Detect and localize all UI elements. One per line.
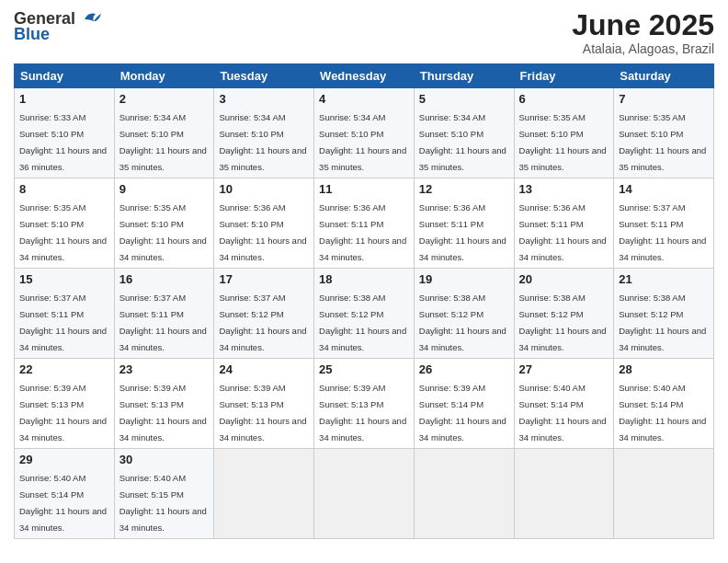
day-info: Sunrise: 5:39 AMSunset: 5:13 PMDaylight:… (19, 383, 107, 442)
day-info: Sunrise: 5:37 AMSunset: 5:11 PMDaylight:… (119, 293, 207, 352)
table-row: 29 Sunrise: 5:40 AMSunset: 5:14 PMDaylig… (15, 449, 714, 539)
month-title: June 2025 (572, 9, 714, 41)
calendar-cell: 20 Sunrise: 5:38 AMSunset: 5:12 PMDaylig… (514, 269, 614, 359)
calendar-cell: 10 Sunrise: 5:36 AMSunset: 5:10 PMDaylig… (214, 178, 314, 269)
day-info: Sunrise: 5:37 AMSunset: 5:11 PMDaylight:… (19, 293, 107, 352)
day-info: Sunrise: 5:39 AMSunset: 5:13 PMDaylight:… (219, 383, 306, 442)
page-container: General Blue June 2025 Atalaia, Alagoas,… (0, 0, 728, 563)
day-number: 7 (619, 92, 709, 106)
day-info: Sunrise: 5:33 AMSunset: 5:10 PMDaylight:… (19, 112, 107, 172)
day-info: Sunrise: 5:39 AMSunset: 5:13 PMDaylight:… (119, 383, 207, 442)
day-number: 16 (119, 272, 210, 286)
day-number: 1 (19, 92, 109, 106)
calendar-cell: 4 Sunrise: 5:34 AMSunset: 5:10 PMDayligh… (314, 88, 415, 178)
day-info: Sunrise: 5:37 AMSunset: 5:11 PMDaylight:… (619, 202, 706, 262)
day-number: 24 (219, 362, 309, 376)
location: Atalaia, Alagoas, Brazil (572, 41, 714, 56)
day-number: 30 (119, 453, 210, 466)
col-tuesday: Tuesday (214, 64, 314, 88)
day-number: 25 (319, 362, 409, 376)
day-info: Sunrise: 5:35 AMSunset: 5:10 PMDaylight:… (619, 112, 706, 172)
day-number: 5 (419, 92, 509, 106)
day-info: Sunrise: 5:36 AMSunset: 5:11 PMDaylight:… (519, 202, 607, 262)
header-row: Sunday Monday Tuesday Wednesday Thursday… (15, 64, 714, 88)
calendar-cell: 29 Sunrise: 5:40 AMSunset: 5:14 PMDaylig… (15, 449, 115, 539)
day-number: 14 (619, 182, 709, 196)
day-info: Sunrise: 5:40 AMSunset: 5:15 PMDaylight:… (119, 473, 207, 533)
calendar-cell: 8 Sunrise: 5:35 AMSunset: 5:10 PMDayligh… (15, 178, 115, 269)
col-monday: Monday (114, 64, 214, 88)
day-info: Sunrise: 5:34 AMSunset: 5:10 PMDaylight:… (319, 112, 406, 172)
table-row: 15 Sunrise: 5:37 AMSunset: 5:11 PMDaylig… (15, 269, 714, 359)
day-info: Sunrise: 5:36 AMSunset: 5:11 PMDaylight:… (319, 202, 406, 262)
day-number: 23 (119, 362, 210, 376)
calendar-cell: 24 Sunrise: 5:39 AMSunset: 5:13 PMDaylig… (214, 359, 314, 449)
day-info: Sunrise: 5:38 AMSunset: 5:12 PMDaylight:… (319, 293, 406, 352)
day-number: 26 (419, 362, 509, 376)
day-number: 17 (219, 272, 309, 286)
calendar-cell: 15 Sunrise: 5:37 AMSunset: 5:11 PMDaylig… (15, 269, 115, 359)
day-number: 29 (19, 453, 109, 466)
calendar-cell (214, 449, 314, 539)
day-number: 22 (19, 362, 109, 376)
logo-blue-text: Blue (14, 25, 50, 44)
calendar-cell: 22 Sunrise: 5:39 AMSunset: 5:13 PMDaylig… (15, 359, 115, 449)
day-number: 18 (319, 272, 409, 286)
calendar-cell: 27 Sunrise: 5:40 AMSunset: 5:14 PMDaylig… (514, 359, 614, 449)
calendar-cell: 25 Sunrise: 5:39 AMSunset: 5:13 PMDaylig… (314, 359, 415, 449)
col-thursday: Thursday (414, 64, 514, 88)
calendar-cell (414, 449, 514, 539)
logo-bird-icon (77, 10, 101, 29)
day-info: Sunrise: 5:34 AMSunset: 5:10 PMDaylight:… (219, 112, 306, 172)
day-info: Sunrise: 5:38 AMSunset: 5:12 PMDaylight:… (619, 293, 706, 352)
calendar-cell: 12 Sunrise: 5:36 AMSunset: 5:11 PMDaylig… (414, 178, 514, 269)
day-number: 2 (119, 92, 210, 106)
day-info: Sunrise: 5:34 AMSunset: 5:10 PMDaylight:… (119, 112, 207, 172)
day-number: 12 (419, 182, 509, 196)
col-sunday: Sunday (15, 64, 115, 88)
calendar-cell: 3 Sunrise: 5:34 AMSunset: 5:10 PMDayligh… (214, 88, 314, 178)
day-number: 8 (19, 182, 109, 196)
calendar-cell: 6 Sunrise: 5:35 AMSunset: 5:10 PMDayligh… (514, 88, 614, 178)
calendar-table: Sunday Monday Tuesday Wednesday Thursday… (14, 63, 714, 539)
day-number: 10 (219, 182, 309, 196)
calendar-cell: 28 Sunrise: 5:40 AMSunset: 5:14 PMDaylig… (614, 359, 714, 449)
day-info: Sunrise: 5:40 AMSunset: 5:14 PMDaylight:… (519, 383, 607, 442)
day-info: Sunrise: 5:37 AMSunset: 5:12 PMDaylight:… (219, 293, 306, 352)
col-saturday: Saturday (614, 64, 714, 88)
calendar-cell: 16 Sunrise: 5:37 AMSunset: 5:11 PMDaylig… (114, 269, 214, 359)
title-section: June 2025 Atalaia, Alagoas, Brazil (572, 9, 714, 56)
calendar-cell: 9 Sunrise: 5:35 AMSunset: 5:10 PMDayligh… (114, 178, 214, 269)
calendar-cell: 14 Sunrise: 5:37 AMSunset: 5:11 PMDaylig… (614, 178, 714, 269)
day-number: 28 (619, 362, 709, 376)
calendar-cell: 5 Sunrise: 5:34 AMSunset: 5:10 PMDayligh… (414, 88, 514, 178)
calendar-cell: 11 Sunrise: 5:36 AMSunset: 5:11 PMDaylig… (314, 178, 415, 269)
day-info: Sunrise: 5:34 AMSunset: 5:10 PMDaylight:… (419, 112, 506, 172)
day-number: 4 (319, 92, 409, 106)
logo: General Blue (14, 9, 101, 44)
day-number: 11 (319, 182, 409, 196)
day-info: Sunrise: 5:35 AMSunset: 5:10 PMDaylight:… (19, 202, 107, 262)
day-number: 21 (619, 272, 709, 286)
calendar-cell: 18 Sunrise: 5:38 AMSunset: 5:12 PMDaylig… (314, 269, 415, 359)
calendar-cell: 23 Sunrise: 5:39 AMSunset: 5:13 PMDaylig… (114, 359, 214, 449)
calendar-cell (314, 449, 415, 539)
day-info: Sunrise: 5:40 AMSunset: 5:14 PMDaylight:… (619, 383, 706, 442)
col-wednesday: Wednesday (314, 64, 415, 88)
table-row: 1 Sunrise: 5:33 AMSunset: 5:10 PMDayligh… (15, 88, 714, 178)
day-number: 19 (419, 272, 509, 286)
day-info: Sunrise: 5:36 AMSunset: 5:10 PMDaylight:… (219, 202, 306, 262)
calendar-cell: 30 Sunrise: 5:40 AMSunset: 5:15 PMDaylig… (114, 449, 214, 539)
table-row: 8 Sunrise: 5:35 AMSunset: 5:10 PMDayligh… (15, 178, 714, 269)
day-info: Sunrise: 5:39 AMSunset: 5:14 PMDaylight:… (419, 383, 506, 442)
calendar-cell (614, 449, 714, 539)
day-number: 3 (219, 92, 309, 106)
calendar-cell: 19 Sunrise: 5:38 AMSunset: 5:12 PMDaylig… (414, 269, 514, 359)
header: General Blue June 2025 Atalaia, Alagoas,… (14, 9, 714, 56)
day-info: Sunrise: 5:39 AMSunset: 5:13 PMDaylight:… (319, 383, 406, 442)
day-number: 9 (119, 182, 210, 196)
day-info: Sunrise: 5:35 AMSunset: 5:10 PMDaylight:… (119, 202, 207, 262)
calendar-cell: 26 Sunrise: 5:39 AMSunset: 5:14 PMDaylig… (414, 359, 514, 449)
day-info: Sunrise: 5:38 AMSunset: 5:12 PMDaylight:… (419, 293, 506, 352)
calendar-cell: 13 Sunrise: 5:36 AMSunset: 5:11 PMDaylig… (514, 178, 614, 269)
